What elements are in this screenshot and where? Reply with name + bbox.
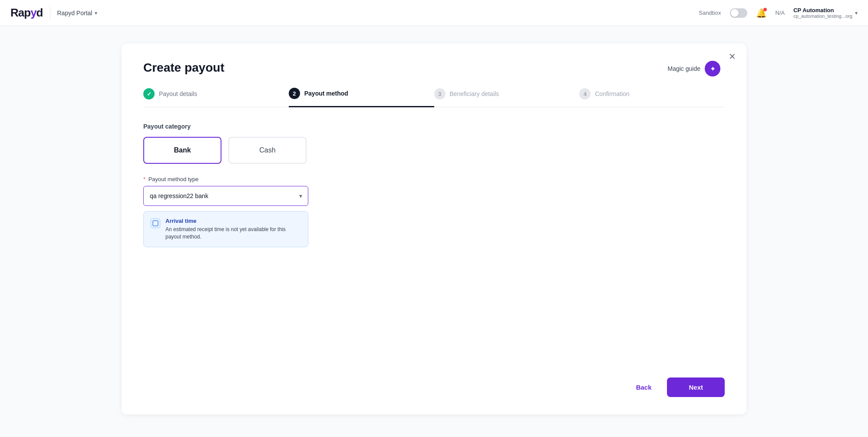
next-button[interactable]: Next: [667, 377, 725, 397]
stepper: ✓ Payout details 2 Payout method 3 Benef…: [143, 88, 725, 107]
magic-guide-icon: ✦: [705, 61, 720, 76]
rapyd-logo: Rapyd: [10, 6, 43, 20]
arrival-clock-icon: [151, 218, 160, 228]
arrival-text: Arrival time An estimated receipt time i…: [165, 218, 301, 241]
step-confirmation[interactable]: 4 Confirmation: [579, 88, 725, 106]
category-label: Payout category: [143, 123, 725, 130]
arrival-time-info: Arrival time An estimated receipt time i…: [143, 211, 308, 247]
na-badge: N/A: [776, 10, 785, 16]
step-4-label: Confirmation: [595, 90, 629, 97]
portal-selector[interactable]: Rapyd Portal ▾: [57, 10, 98, 17]
step-1-circle: ✓: [143, 88, 155, 99]
method-type-label: * Payout method type: [143, 176, 725, 182]
back-button[interactable]: Back: [627, 377, 660, 397]
footer-actions: Back Next: [143, 369, 725, 397]
category-cash-button[interactable]: Cash: [228, 137, 307, 164]
header-right: Sandbox 🔔 N/A CP Automation cp_automatio…: [699, 7, 858, 19]
portal-chevron: ▾: [95, 10, 97, 16]
category-bank-button[interactable]: Bank: [143, 137, 221, 164]
step-1-label: Payout details: [159, 90, 197, 97]
notification-bell[interactable]: 🔔: [756, 8, 767, 18]
step-beneficiary-details[interactable]: 3 Beneficiary details: [434, 88, 580, 106]
app-header: Rapyd Rapyd Portal ▾ Sandbox 🔔 N/A CP Au…: [0, 0, 868, 26]
user-name: CP Automation: [793, 7, 852, 13]
svg-rect-0: [153, 221, 158, 226]
sandbox-label: Sandbox: [699, 10, 721, 16]
portal-label: Rapyd Portal: [57, 10, 92, 17]
method-type-select-wrapper: qa regression22 bank ▾: [143, 186, 308, 206]
user-info[interactable]: CP Automation cp_automation_testing...or…: [793, 7, 858, 19]
user-chevron: ▾: [855, 10, 858, 16]
magic-guide-button[interactable]: Magic guide ✦: [668, 61, 721, 76]
notification-dot: [763, 8, 767, 11]
required-indicator: *: [143, 176, 145, 182]
arrival-title: Arrival time: [165, 218, 301, 224]
sandbox-toggle[interactable]: [730, 8, 747, 18]
main-content: ✕ Create payout Magic guide ✦ ✓ Payout d…: [0, 26, 868, 437]
step-2-label: Payout method: [304, 90, 348, 97]
step-3-label: Beneficiary details: [450, 90, 499, 97]
header-divider: [50, 7, 50, 20]
method-type-label-text: Payout method type: [149, 176, 199, 182]
user-email: cp_automation_testing...org: [793, 13, 852, 19]
step-4-circle: 4: [579, 88, 591, 99]
magic-guide-star-icon: ✦: [710, 65, 716, 73]
page-title: Create payout: [143, 61, 725, 75]
step-payout-details[interactable]: ✓ Payout details: [143, 88, 289, 106]
toggle-thumb: [731, 9, 739, 17]
step-2-circle: 2: [289, 88, 300, 99]
step-3-circle: 3: [434, 88, 446, 99]
step-payout-method[interactable]: 2 Payout method: [289, 88, 434, 107]
close-button[interactable]: ✕: [729, 52, 736, 61]
arrival-desc: An estimated receipt time is not yet ava…: [165, 226, 301, 241]
create-payout-card: ✕ Create payout Magic guide ✦ ✓ Payout d…: [122, 43, 746, 414]
category-buttons: Bank Cash: [143, 137, 725, 164]
method-type-select[interactable]: qa regression22 bank: [143, 186, 308, 206]
magic-guide-label: Magic guide: [668, 65, 701, 72]
